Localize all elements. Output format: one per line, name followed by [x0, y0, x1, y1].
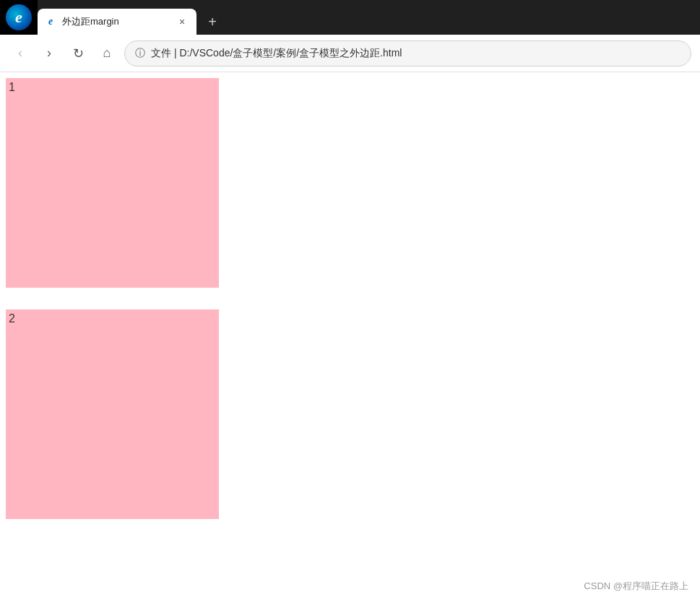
back-button[interactable]: ‹	[9, 42, 32, 65]
refresh-button[interactable]: ↻	[66, 42, 90, 65]
nav-bar: ‹ › ↻ ⌂ ⓘ 文件 | D:/VSCode/盒子模型/案例/盒子模型之外边…	[0, 35, 700, 72]
box-1-number: 1	[9, 81, 15, 94]
watermark-text: CSDN @程序喵正在路上	[584, 580, 688, 591]
tab-strip: e 外边距margin × +	[38, 0, 700, 35]
address-text: 文件 | D:/VSCode/盒子模型/案例/盒子模型之外边距.html	[151, 47, 402, 60]
footer-watermark: CSDN @程序喵正在路上	[584, 580, 688, 593]
browser-logo	[0, 0, 38, 35]
home-icon: ⌂	[103, 46, 111, 61]
refresh-icon: ↻	[73, 46, 84, 61]
tab-title: 外边距margin	[62, 15, 169, 28]
forward-button[interactable]: ›	[38, 42, 61, 65]
back-icon: ‹	[18, 46, 22, 61]
title-bar: e 外边距margin × +	[0, 0, 700, 35]
page-content: 1 2	[0, 72, 700, 547]
box-2: 2	[6, 309, 219, 519]
tab-close-button[interactable]: ×	[175, 14, 189, 29]
home-button[interactable]: ⌂	[95, 42, 118, 65]
tab-favicon-icon: e	[45, 16, 56, 27]
forward-icon: ›	[47, 46, 51, 61]
active-tab[interactable]: e 外边距margin ×	[38, 9, 196, 35]
address-info-icon: ⓘ	[135, 47, 145, 60]
address-bar[interactable]: ⓘ 文件 | D:/VSCode/盒子模型/案例/盒子模型之外边距.html	[124, 40, 691, 67]
browser-content: 1 2 CSDN @程序喵正在路上	[0, 72, 700, 600]
new-tab-button[interactable]: +	[199, 9, 225, 35]
edge-logo-icon	[6, 4, 32, 30]
box-2-number: 2	[9, 312, 15, 325]
box-1: 1	[6, 78, 219, 288]
